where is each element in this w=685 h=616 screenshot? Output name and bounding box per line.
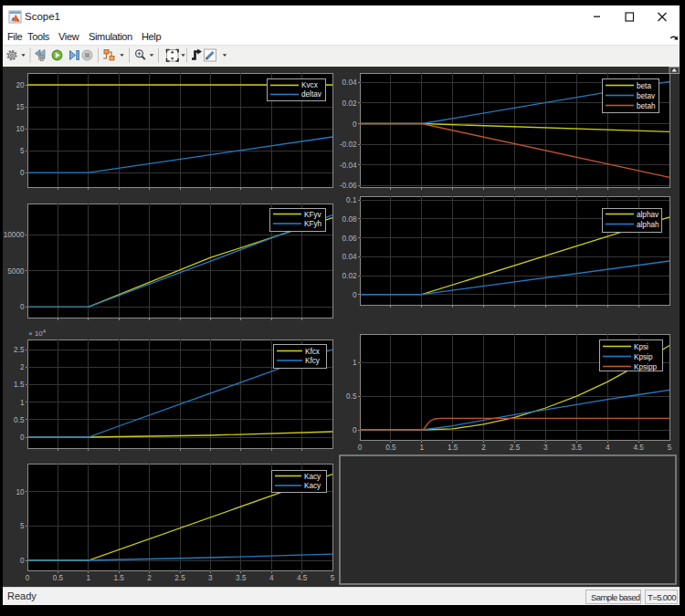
- svg-text:Kpsipp: Kpsipp: [634, 363, 657, 371]
- svg-text:10000: 10000: [4, 231, 25, 239]
- svg-text:10: 10: [16, 488, 25, 496]
- svg-text:1: 1: [353, 359, 357, 367]
- svg-text:5000: 5000: [7, 267, 25, 276]
- svg-text:3: 3: [543, 444, 548, 452]
- svg-text:2.5: 2.5: [510, 444, 521, 452]
- svg-text:0: 0: [20, 169, 25, 177]
- svg-text:3: 3: [208, 574, 213, 582]
- svg-text:0.5: 0.5: [14, 416, 25, 424]
- svg-text:0.04: 0.04: [342, 253, 357, 261]
- svg-text:0.08: 0.08: [342, 215, 357, 224]
- svg-text:-0.06: -0.06: [340, 182, 357, 190]
- svg-text:3.5: 3.5: [572, 444, 583, 452]
- svg-text:4.5: 4.5: [633, 444, 644, 452]
- svg-text:0.02: 0.02: [342, 99, 357, 108]
- svg-text:Kacy: Kacy: [304, 482, 321, 490]
- svg-text:alphav: alphav: [637, 211, 659, 219]
- svg-text:Kacy: Kacy: [304, 473, 321, 481]
- svg-text:3.5: 3.5: [236, 574, 247, 582]
- svg-text:0.04: 0.04: [342, 78, 357, 87]
- svg-text:1: 1: [420, 444, 425, 452]
- svg-text:1.5: 1.5: [14, 381, 25, 389]
- svg-text:× 104: × 104: [28, 329, 47, 338]
- svg-text:20: 20: [16, 81, 25, 89]
- svg-text:0: 0: [20, 433, 25, 442]
- svg-text:Kpsip: Kpsip: [634, 353, 653, 361]
- svg-text:deltav: deltav: [301, 90, 322, 99]
- svg-text:2: 2: [481, 444, 486, 452]
- svg-text:2: 2: [20, 363, 25, 371]
- svg-text:5: 5: [20, 522, 25, 530]
- svg-text:1: 1: [87, 574, 91, 582]
- svg-text:1.5: 1.5: [448, 444, 458, 452]
- svg-text:2: 2: [147, 574, 152, 582]
- svg-text:4.5: 4.5: [297, 574, 308, 582]
- svg-text:1.5: 1.5: [114, 574, 125, 582]
- svg-text:0.06: 0.06: [342, 235, 357, 243]
- svg-text:0: 0: [20, 557, 25, 565]
- svg-text:0: 0: [20, 303, 25, 311]
- svg-text:beta: beta: [637, 82, 651, 90]
- svg-text:15: 15: [16, 103, 25, 111]
- svg-text:betah: betah: [637, 102, 656, 110]
- svg-text:KFyv: KFyv: [304, 211, 322, 219]
- svg-text:0.5: 0.5: [385, 444, 396, 452]
- svg-text:0: 0: [353, 291, 357, 299]
- svg-text:0.5: 0.5: [346, 392, 357, 401]
- svg-text:0.1: 0.1: [346, 196, 357, 204]
- svg-text:Kpsi: Kpsi: [634, 343, 648, 351]
- svg-text:-0.04: -0.04: [340, 162, 357, 170]
- svg-text:0: 0: [358, 444, 363, 452]
- svg-text:1: 1: [20, 399, 25, 407]
- svg-text:alphah: alphah: [637, 221, 659, 229]
- svg-text:5: 5: [20, 147, 25, 155]
- svg-text:Kfcx: Kfcx: [305, 348, 320, 356]
- svg-text:0.5: 0.5: [53, 574, 64, 582]
- svg-text:2.5: 2.5: [14, 346, 25, 354]
- svg-text:2.5: 2.5: [174, 574, 185, 582]
- svg-text:10: 10: [16, 125, 25, 133]
- svg-text:5: 5: [331, 574, 335, 582]
- svg-text:0: 0: [353, 426, 357, 434]
- svg-text:betav: betav: [637, 92, 656, 100]
- svg-text:4: 4: [269, 574, 274, 582]
- svg-text:0.02: 0.02: [342, 272, 357, 280]
- svg-text:0: 0: [353, 120, 357, 129]
- svg-text:Kvcx: Kvcx: [301, 81, 318, 89]
- svg-text:-0.02: -0.02: [340, 141, 357, 149]
- svg-text:4: 4: [606, 444, 610, 452]
- svg-text:5: 5: [668, 444, 672, 452]
- svg-text:KFyh: KFyh: [304, 220, 322, 228]
- svg-text:0: 0: [26, 574, 30, 582]
- svg-text:Kfcy: Kfcy: [305, 357, 321, 365]
